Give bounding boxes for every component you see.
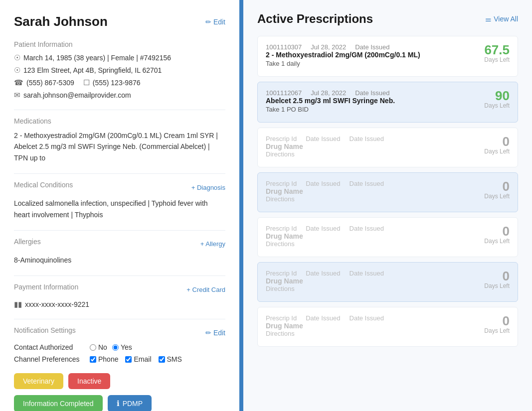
rx-card-3[interactable]: Prescrip Id Date Issued Date Issued Drug… [257, 172, 518, 212]
medical-conditions-section: Medical Conditions + Diagnosis Localized… [14, 181, 225, 220]
checkbox-phone[interactable]: Phone [90, 355, 118, 363]
add-allergy-button[interactable]: + Allergy [200, 240, 225, 248]
radio-no-input[interactable] [90, 344, 96, 351]
channel-checkbox-group: Phone Email SMS [90, 355, 182, 363]
rx-days-number: 67.5 [480, 43, 510, 56]
notification-edit-button[interactable]: ✏ Edit [205, 329, 225, 337]
patient-name: Sarah Johnson [14, 14, 108, 29]
rx-days: 0 Days Left [480, 135, 510, 155]
rx-date-label: Date Issued [350, 270, 384, 277]
edit-icon: ✏ [205, 18, 211, 26]
notif-edit-icon: ✏ [205, 329, 211, 337]
rx-days-label: Days Left [480, 327, 510, 334]
location-icon: ☉ [14, 66, 20, 75]
rx-card-top: 1001110307 Jul 28, 2022 Date Issued 2 - … [266, 43, 510, 67]
checkbox-email-input[interactable] [125, 356, 132, 363]
mobile-icon: ☐ [83, 78, 90, 87]
contact-authorized-row: Contact Authorized No Yes [14, 343, 225, 351]
rx-card-1[interactable]: 1001112067 Jul 28, 2022 Date Issued Abel… [257, 82, 518, 123]
rx-id: Prescrip Id [266, 180, 297, 187]
checkbox-sms-input[interactable] [159, 356, 165, 363]
phone-icon: ☎ [14, 78, 23, 87]
center-divider [239, 0, 243, 411]
rx-drug-name: 2 - Methoxyestradiol 2mg/GM (200mCg/0.1 … [266, 51, 480, 59]
rx-card-top: Prescrip Id Date Issued Date Issued Drug… [266, 270, 510, 292]
checkbox-sms[interactable]: SMS [159, 355, 182, 363]
rx-meta: 1001110307 Jul 28, 2022 Date Issued [266, 43, 480, 51]
rx-directions: Directions [266, 195, 480, 203]
rx-days: 0 Days Left [480, 270, 510, 289]
rx-date-label: Date Issued [350, 225, 384, 232]
info-completed-button[interactable]: Information Completed [14, 395, 103, 411]
rx-date-label: Date Issued [350, 314, 384, 322]
rx-directions: Take 1 daily [266, 60, 480, 67]
rx-drug-name: Abelcet 2.5 mg/3 ml SWFI Syringe Neb. [266, 97, 480, 105]
payment-section: Payment Information + Credit Card ▮▮ xxx… [14, 283, 225, 309]
list-icon: ⚌ [485, 15, 492, 23]
rx-card-5[interactable]: Prescrip Id Date Issued Date Issued Drug… [257, 262, 518, 302]
conditions-text: Localized salmonella infection, unspecif… [14, 198, 225, 220]
rx-directions: Directions [266, 150, 480, 158]
rx-days: 67.5 Days Left [480, 43, 510, 63]
action-buttons-row: Information Completed ℹ PDMP [14, 395, 225, 411]
rx-date-label: Date Issued [355, 89, 389, 97]
person-icon: ☉ [14, 53, 20, 62]
rx-days-number: 0 [480, 270, 510, 282]
radio-yes-input[interactable] [112, 344, 119, 351]
rx-date: Jul 28, 2022 [311, 43, 346, 51]
rx-drug-name: Drug Name [266, 232, 480, 240]
rx-meta: Prescrip Id Date Issued Date Issued [266, 270, 480, 277]
contact-authorized-label: Contact Authorized [14, 343, 84, 351]
rx-card-0[interactable]: 1001110307 Jul 28, 2022 Date Issued 2 - … [257, 36, 518, 77]
channel-preferences-row: Channel Preferences Phone Email SMS [14, 355, 225, 363]
add-diagnosis-button[interactable]: + Diagnosis [191, 184, 225, 191]
rx-directions: Directions [266, 240, 480, 248]
rx-date: Jul 28, 2022 [311, 89, 346, 97]
checkbox-email[interactable]: Email [125, 355, 151, 363]
pdmp-button[interactable]: ℹ PDMP [108, 395, 152, 411]
rx-date-label: Date Issued [350, 135, 384, 142]
allergies-section: Allergies + Allergy 8-Aminoquinolines [14, 238, 225, 266]
checkbox-phone-input[interactable] [90, 356, 96, 363]
patient-edit-button[interactable]: ✏ Edit [205, 18, 225, 26]
view-all-button[interactable]: ⚌ View All [485, 15, 518, 23]
rx-directions: Directions [266, 330, 480, 337]
rx-days-label: Days Left [480, 238, 510, 245]
radio-yes[interactable]: Yes [112, 343, 132, 351]
rx-days: 0 Days Left [480, 314, 510, 334]
card-icon: ▮▮ [14, 300, 22, 309]
rx-card-top: Prescrip Id Date Issued Date Issued Drug… [266, 135, 510, 158]
allergy-text: 8-Aminoquinolines [14, 255, 225, 266]
rx-card-2[interactable]: Prescrip Id Date Issued Date Issued Drug… [257, 128, 518, 167]
rx-date-label: Date Issued [350, 180, 384, 187]
rx-directions: Directions [266, 285, 480, 292]
rx-days: 90 Days Left [480, 89, 510, 109]
rx-id: 1001110307 [266, 43, 302, 51]
channel-preferences-label: Channel Preferences [14, 355, 84, 363]
rx-date: Date Issued [306, 314, 340, 322]
rx-days-label: Days Left [480, 148, 510, 155]
notification-header: Notification Settings ✏ Edit [14, 326, 225, 339]
rx-days-number: 0 [480, 180, 510, 193]
patient-info-section: Patient Information ☉ March 14, 1985 (38… [14, 40, 225, 100]
rx-days-label: Days Left [480, 282, 510, 289]
inactive-tag[interactable]: Inactive [68, 373, 110, 389]
card-row: ▮▮ xxxx-xxxx-xxxx-9221 [14, 300, 225, 309]
pdmp-icon: ℹ [117, 399, 120, 408]
veterinary-tag[interactable]: Veterinary [14, 373, 63, 389]
rx-date: Date Issued [306, 135, 340, 142]
rx-card-6[interactable]: Prescrip Id Date Issued Date Issued Drug… [257, 307, 518, 347]
rx-days-label: Days Left [480, 56, 510, 63]
rx-id: Prescrip Id [266, 270, 297, 277]
rx-date: Date Issued [306, 180, 340, 187]
radio-no[interactable]: No [90, 343, 107, 351]
medical-conditions-title: Medical Conditions [14, 181, 73, 189]
rx-card-4[interactable]: Prescrip Id Date Issued Date Issued Drug… [257, 217, 518, 257]
email-row: ✉ sarah.johnson@emailprovider.com [14, 91, 225, 100]
rx-id: Prescrip Id [266, 225, 297, 232]
notification-title: Notification Settings [14, 326, 76, 334]
rx-drug-name: Drug Name [266, 187, 480, 195]
add-credit-card-button[interactable]: + Credit Card [186, 286, 225, 293]
rx-meta: Prescrip Id Date Issued Date Issued [266, 314, 480, 322]
rx-meta: Prescrip Id Date Issued Date Issued [266, 225, 480, 232]
